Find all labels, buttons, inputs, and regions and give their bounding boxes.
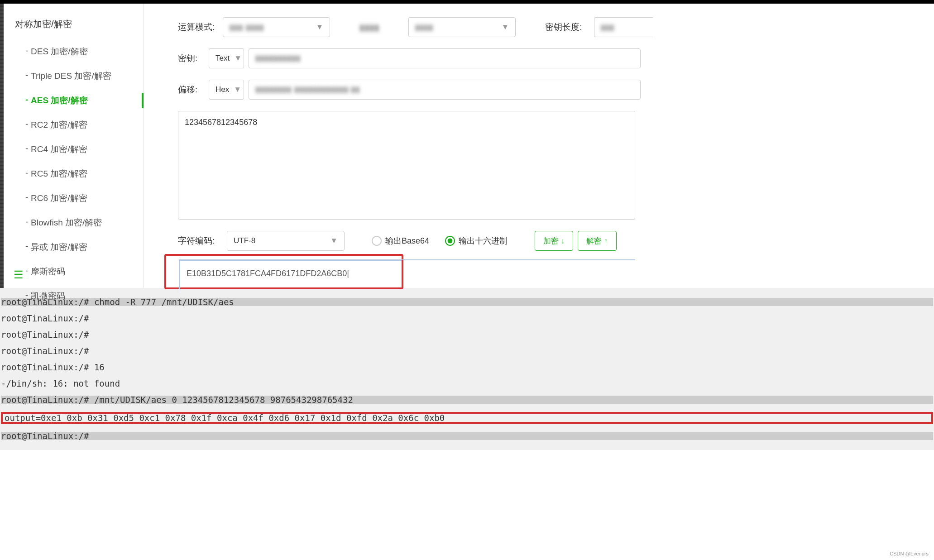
padding-value: ▮▮▮▮ bbox=[415, 23, 433, 32]
terminal-line: root@TinaLinux:/# bbox=[1, 347, 933, 355]
charset-label: 字符编码: bbox=[178, 235, 219, 247]
sidebar-item-aes[interactable]: AES 加密/解密 bbox=[4, 88, 144, 113]
radio-base64[interactable]: 输出Base64 bbox=[372, 235, 429, 246]
radio-base64-label: 输出Base64 bbox=[385, 235, 429, 246]
keylen-label: 密钥长度: bbox=[545, 21, 586, 33]
padding-select[interactable]: ▮▮▮▮ ▼ bbox=[408, 17, 516, 37]
sidebar-item-label: 凯撒密码 bbox=[25, 291, 65, 301]
input-textarea[interactable]: 1234567812345678 bbox=[178, 111, 635, 220]
dropdown-icon: ▼ bbox=[234, 85, 241, 94]
sidebar-item-label: RC6 加密/解密 bbox=[25, 193, 87, 203]
sidebar-item-label: AES 加密/解密 bbox=[25, 96, 88, 105]
key-label: 密钥: bbox=[178, 53, 201, 64]
padding-label: ▮▮▮▮ bbox=[359, 22, 400, 33]
key-input[interactable]: ▮▮▮▮▮▮▮▮▮▮ bbox=[249, 48, 641, 68]
keylen-value: ▮▮▮ bbox=[601, 23, 614, 32]
terminal-line: root@TinaLinux:/# bbox=[1, 432, 933, 440]
sidebar-item-label: DES 加密/解密 bbox=[25, 47, 88, 56]
iv-input[interactable]: ▮▮▮▮▮▮▮▮ ▮▮▮▮▮▮▮▮▮▮▮▮ ▮▮ bbox=[249, 80, 641, 100]
sidebar-title: 对称加密/解密 bbox=[4, 13, 144, 39]
terminal-line: root@TinaLinux:/# /mnt/UDISK/aes 0 12345… bbox=[1, 396, 933, 404]
terminal-line: root@TinaLinux:/# bbox=[1, 330, 933, 339]
sidebar-item-des[interactable]: DES 加密/解密 bbox=[4, 39, 144, 64]
charset-value: UTF-8 bbox=[234, 236, 255, 245]
radio-hex[interactable]: 输出十六进制 bbox=[445, 235, 508, 246]
sidebar-item-label: Triple DES 加密/解密 bbox=[25, 71, 111, 81]
sidebar-item-rc5[interactable]: RC5 加密/解密 bbox=[4, 162, 144, 186]
sidebar-item-rc4[interactable]: RC4 加密/解密 bbox=[4, 137, 144, 162]
mode-value: ▮▮▮ ▮▮▮▮ bbox=[230, 23, 264, 32]
radio-icon bbox=[445, 236, 455, 246]
iv-input-value: ▮▮▮▮▮▮▮▮ ▮▮▮▮▮▮▮▮▮▮▮▮ ▮▮ bbox=[255, 85, 360, 94]
terminal: root@TinaLinux:/# chmod -R 777 /mnt/UDIS… bbox=[0, 288, 934, 450]
sidebar-item-label: RC4 加密/解密 bbox=[25, 144, 87, 154]
mode-select[interactable]: ▮▮▮ ▮▮▮▮ ▼ bbox=[223, 17, 330, 37]
terminal-line: root@TinaLinux:/# bbox=[1, 314, 933, 322]
sidebar-item-caesar[interactable]: 凯撒密码 bbox=[4, 284, 144, 308]
output-highlight: E10B31D5C1781FCA4FD6171DFD2A6CB0| bbox=[164, 254, 403, 289]
key-type-value: Text bbox=[216, 54, 230, 63]
dropdown-icon: ▼ bbox=[330, 236, 338, 245]
dropdown-icon: ▼ bbox=[234, 54, 242, 63]
iv-type-value: Hex bbox=[216, 85, 229, 94]
input-text-value: 1234567812345678 bbox=[185, 118, 257, 127]
sidebar-item-label: RC2 加密/解密 bbox=[25, 120, 87, 129]
iv-type-select[interactable]: Hex ▼ bbox=[209, 80, 244, 100]
mode-label: 运算模式: bbox=[178, 21, 215, 33]
charset-select[interactable]: UTF-8 ▼ bbox=[227, 231, 345, 251]
iv-label: 偏移: bbox=[178, 84, 201, 96]
terminal-line: -/bin/sh: 16: not found bbox=[1, 379, 933, 388]
dropdown-icon: ▼ bbox=[501, 23, 509, 32]
sidebar-item-xor[interactable]: 异或 加密/解密 bbox=[4, 235, 144, 259]
dropdown-icon: ▼ bbox=[316, 23, 323, 32]
decrypt-button[interactable]: 解密 ↑ bbox=[578, 231, 616, 251]
sidebar-item-label: Blowfish 加密/解密 bbox=[25, 218, 102, 227]
keylen-select[interactable]: ▮▮▮ bbox=[594, 17, 653, 37]
sidebar-item-label: RC5 加密/解密 bbox=[25, 169, 87, 178]
encrypt-button[interactable]: 加密 ↓ bbox=[535, 231, 573, 251]
radio-hex-label: 输出十六进制 bbox=[459, 235, 508, 246]
hamburger-icon[interactable]: ☰ bbox=[14, 268, 24, 281]
radio-icon bbox=[372, 236, 382, 246]
sidebar-item-label: 摩斯密码 bbox=[25, 267, 65, 276]
key-input-value: ▮▮▮▮▮▮▮▮▮▮ bbox=[255, 54, 301, 62]
sidebar-item-morse[interactable]: 摩斯密码 bbox=[4, 259, 144, 284]
key-type-select[interactable]: Text ▼ bbox=[209, 48, 244, 68]
sidebar-item-blowfish[interactable]: Blowfish 加密/解密 bbox=[4, 211, 144, 235]
terminal-output-highlight: output=0xe1 0xb 0x31 0xd5 0xc1 0x78 0x1f… bbox=[1, 412, 933, 424]
sidebar-item-3des[interactable]: Triple DES 加密/解密 bbox=[4, 64, 144, 88]
sidebar-item-rc2[interactable]: RC2 加密/解密 bbox=[4, 113, 144, 137]
terminal-line: output=0xe1 0xb 0x31 0xd5 0xc1 0x78 0x1f… bbox=[5, 413, 445, 423]
terminal-line: root@TinaLinux:/# 16 bbox=[1, 363, 933, 371]
sidebar-item-label: 异或 加密/解密 bbox=[25, 242, 87, 252]
sidebar-item-rc6[interactable]: RC6 加密/解密 bbox=[4, 186, 144, 211]
